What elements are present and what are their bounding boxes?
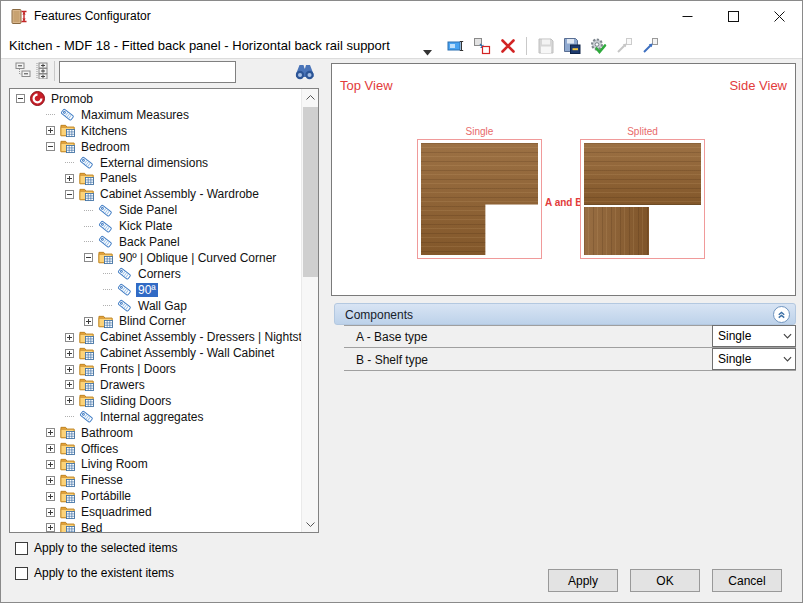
collapse-section-icon[interactable] (773, 306, 790, 323)
rename-feature-icon[interactable] (446, 36, 465, 55)
tag-icon (97, 203, 113, 218)
tree-expander[interactable] (65, 365, 74, 374)
tree-item[interactable]: Sliding Doors (10, 393, 301, 409)
tree-expander[interactable] (46, 523, 55, 532)
tree-item[interactable]: Bed (10, 520, 301, 532)
b-shelf-type-select[interactable]: Single (712, 348, 796, 370)
apply-button[interactable]: Apply (548, 569, 618, 592)
copy-feature-icon[interactable] (472, 36, 491, 55)
tree-expander[interactable] (16, 94, 25, 103)
tree-expander[interactable] (46, 508, 55, 517)
tree-connector (46, 114, 55, 115)
find-binoculars-icon[interactable] (293, 62, 316, 80)
promob-icon (29, 91, 45, 106)
single-panel-shape (421, 143, 538, 255)
tree-item[interactable]: 90º | Oblique | Curved Corner (10, 250, 301, 266)
apply-settings-icon[interactable] (588, 36, 607, 55)
tag-icon (59, 107, 75, 122)
tree-expander[interactable] (46, 460, 55, 469)
tree-item-label: 90º | Oblique | Curved Corner (117, 251, 278, 265)
tree-item[interactable]: Cabinet Assembly - Wardrobe (10, 186, 301, 202)
tree-item-label: Bed (79, 521, 104, 532)
tree-item[interactable]: Corners (10, 266, 301, 282)
tree-expander[interactable] (84, 317, 93, 326)
tree-item[interactable]: Finesse (10, 472, 301, 488)
tree-item[interactable]: Wall Gap (10, 298, 301, 314)
ok-button[interactable]: OK (630, 569, 700, 592)
apply-to-the-selected-items-checkbox[interactable] (15, 542, 28, 555)
search-input[interactable] (59, 61, 236, 83)
tree-item[interactable]: Side Panel (10, 202, 301, 218)
tree-item[interactable]: Bathroom (10, 425, 301, 441)
checkbox-label: Apply to the selected items (34, 541, 177, 555)
tree-item[interactable]: Drawers (10, 377, 301, 393)
toolbar-separator (54, 61, 55, 81)
apply-to-the-existent-items-checkbox[interactable] (15, 567, 28, 580)
top-view-label: Top View (340, 78, 393, 93)
tree-item[interactable]: Back Panel (10, 234, 301, 250)
tree-expander[interactable] (46, 428, 55, 437)
tree-item[interactable]: Portábille (10, 488, 301, 504)
tree-expander[interactable] (46, 492, 55, 501)
tree-expander[interactable] (46, 142, 55, 151)
a-base-type-select[interactable]: Single (712, 325, 796, 347)
tree-item[interactable]: Internal aggregates (10, 409, 301, 425)
tree-item[interactable]: Living Room (10, 456, 301, 472)
tree-connector (103, 289, 112, 290)
cancel-button[interactable]: Cancel (712, 569, 782, 592)
tree-expander[interactable] (46, 126, 55, 135)
tree-expander[interactable] (84, 253, 93, 262)
scroll-up-icon[interactable] (302, 89, 319, 105)
delete-feature-icon[interactable] (498, 36, 517, 55)
tree-item[interactable]: 90ª (10, 282, 301, 298)
import-icon[interactable] (640, 36, 659, 55)
tree-item[interactable]: Panels (10, 170, 301, 186)
tree-item[interactable]: Bedroom (10, 139, 301, 155)
scroll-down-icon[interactable] (302, 516, 319, 532)
tree-expander[interactable] (65, 396, 74, 405)
tree-item[interactable]: Kick Plate (10, 218, 301, 234)
folder-icon (78, 187, 94, 202)
feature-preset-combobox[interactable]: Kitchen - MDF 18 - Fitted back panel - H… (9, 38, 390, 53)
tree-scrollbar[interactable] (301, 89, 318, 532)
save-catalog-icon[interactable] (562, 36, 581, 55)
tree-item[interactable]: Blind Corner (10, 313, 301, 329)
minimize-button[interactable] (664, 1, 710, 31)
tree-expander[interactable] (65, 190, 74, 199)
tree-item-label: Side Panel (117, 203, 179, 217)
folder-icon (59, 441, 75, 456)
tree-item[interactable]: Kitchens (10, 123, 301, 139)
tree-expander[interactable] (46, 444, 55, 453)
toolbar-separator (526, 37, 527, 55)
tree-expander[interactable] (65, 333, 74, 342)
tree-item[interactable]: Cabinet Assembly - Wall Cabinet (10, 345, 301, 361)
tree-expander[interactable] (65, 174, 74, 183)
expand-all-icon[interactable] (35, 62, 52, 79)
tree-expander[interactable] (65, 380, 74, 389)
collapse-all-icon[interactable] (15, 62, 32, 79)
tree-connector (84, 210, 93, 211)
tree-expander[interactable] (65, 349, 74, 358)
tree-item[interactable]: Cabinet Assembly - Dressers | Nightstand… (10, 329, 301, 345)
tree-item[interactable]: Fronts | Doors (10, 361, 301, 377)
tag-icon (116, 266, 132, 281)
tree-connector (84, 241, 93, 242)
tree-item[interactable]: Offices (10, 441, 301, 457)
tree-item-label: Kick Plate (117, 219, 174, 233)
close-button[interactable] (756, 1, 802, 31)
folder-icon (78, 362, 94, 377)
scrollbar-thumb[interactable] (303, 107, 318, 277)
tree-expander[interactable] (46, 476, 55, 485)
tree-item[interactable]: Esquadrimed (10, 504, 301, 520)
tree-item-label: Back Panel (117, 235, 182, 249)
component-label: B - Shelf type (356, 353, 428, 367)
tree-item[interactable]: Maximum Measures (10, 107, 301, 123)
splited-figure (580, 139, 705, 259)
side-view-label: Side View (729, 78, 787, 93)
tree-connector (103, 305, 112, 306)
maximize-button[interactable] (710, 1, 756, 31)
chevron-down-icon (779, 356, 795, 362)
tree-item[interactable]: External dimensions (10, 155, 301, 171)
preset-dropdown-caret[interactable] (423, 42, 432, 60)
tree-item[interactable]: Promob (10, 91, 301, 107)
